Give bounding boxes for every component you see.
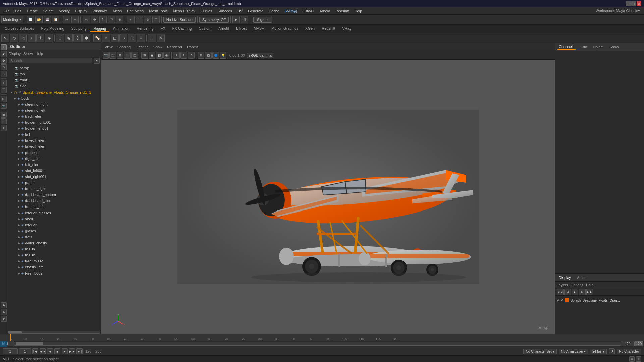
status-icon2[interactable]: ≡ (636, 356, 641, 362)
tab-xgen[interactable]: XGen (302, 26, 318, 32)
paint-select-btn[interactable]: ◁ (19, 34, 27, 42)
srgb-dropdown[interactable]: sRGB gamma (247, 53, 273, 58)
menu-modify[interactable]: Modify (56, 8, 72, 14)
vp-menu-show[interactable]: Show (152, 44, 164, 50)
list-item[interactable]: ▶◈tail (7, 131, 101, 137)
go-end-btn[interactable]: ►| (76, 348, 83, 354)
layer-btn[interactable]: ☰ (1, 118, 7, 124)
menu-display[interactable]: Display (73, 8, 90, 14)
menu-redshift[interactable]: Redshift (333, 8, 351, 14)
menu-vray[interactable]: [V-Ray] (282, 8, 299, 14)
rotate-tool-btn[interactable]: ↻ (1, 64, 7, 70)
outliner-filter-btn[interactable]: ▾ (94, 58, 100, 64)
vp-display3[interactable]: 3 (188, 52, 195, 59)
list-item[interactable]: ▶◈takeoff_eleri (7, 137, 101, 143)
snap-view-btn[interactable]: ◫ (152, 16, 160, 23)
no-live-surface-btn[interactable]: No Live Surface (163, 17, 196, 23)
layer-row-main[interactable]: V P Splash_Seaplane_Floats_Oran... (557, 297, 643, 304)
tab-sculpting[interactable]: Sculpting (68, 26, 90, 32)
vp-display1[interactable]: 1 (173, 52, 180, 59)
list-item[interactable]: ▶◈dashboard_bottom (7, 192, 101, 198)
constraint-btn[interactable]: ⊸ (119, 34, 127, 42)
list-item[interactable]: ▶◈tyre_rb002 (7, 258, 101, 264)
select-tool[interactable]: ↖ (83, 16, 90, 23)
list-item[interactable]: ▶◈right_eler (7, 156, 101, 162)
vp-view4[interactable]: ◫ (131, 52, 138, 59)
list-item[interactable]: ▶◈holder_left001 (7, 125, 101, 131)
tab-edit-ch[interactable]: Edit (579, 44, 588, 50)
menu-surfaces[interactable]: Surfaces (215, 8, 234, 14)
fps-dropdown[interactable]: 24 fps ▾ (590, 349, 606, 354)
list-item[interactable]: ▶◈bottom_left (7, 204, 101, 210)
tab-redshift[interactable]: Redshift (318, 26, 338, 32)
render-settings-btn[interactable]: ⚙ (241, 16, 248, 23)
menu-arnold[interactable]: Arnold (317, 8, 332, 14)
move-tool[interactable]: ✛ (91, 16, 98, 23)
layer-next2[interactable]: ► (579, 289, 586, 295)
menu-file[interactable]: File (1, 8, 12, 14)
outliner-menu-help[interactable]: Help (36, 52, 43, 56)
save-file-btn[interactable]: 💾 (44, 16, 51, 23)
modeling-dropdown[interactable]: Modeling ▾ (1, 16, 23, 23)
timeline-ruler[interactable]: 5 10 15 20 25 30 35 40 45 50 55 60 65 70… (0, 334, 644, 341)
sign-in-btn[interactable]: Sign In (253, 17, 272, 23)
tab-fx-caching[interactable]: FX Caching (169, 26, 195, 32)
tab-custom[interactable]: Custom (195, 26, 215, 32)
maximize-btn[interactable]: □ (631, 1, 636, 6)
list-item[interactable]: ▶◈steering_left (7, 107, 101, 113)
snap-curve-btn[interactable]: ⌒ (136, 16, 143, 23)
menu-windows[interactable]: Windows (90, 8, 110, 14)
list-item[interactable]: ▶◈left_eler (7, 162, 101, 168)
list-item[interactable]: ▶◈dots (7, 234, 101, 240)
outliner-menu-show[interactable]: Show (23, 52, 33, 56)
tab-fx[interactable]: FX (157, 26, 169, 32)
end-frame-box[interactable]: 120 (634, 341, 643, 346)
list-item[interactable]: ▶◈glases (7, 228, 101, 234)
list-item[interactable]: ▶◈bottom_right (7, 186, 101, 192)
vp-menu-lighting[interactable]: Lighting (134, 44, 150, 50)
paint-weights-btn[interactable]: ⊕ (1, 316, 7, 322)
list-item[interactable]: ▶◈steering_right (7, 101, 101, 107)
outliner-item-body[interactable]: ▶ ◈ body (7, 95, 101, 101)
step-back-btn[interactable]: ◄◄ (40, 348, 46, 354)
tab-rigging[interactable]: Rigging (90, 26, 109, 32)
menu-mesh-tools[interactable]: Mesh Tools (147, 8, 170, 14)
play-back-btn[interactable]: ◄ (47, 348, 53, 354)
skin-btn[interactable]: ⊛ (137, 34, 145, 42)
step-fwd-btn[interactable]: ►► (69, 348, 75, 354)
menu-uv[interactable]: UV (235, 8, 245, 14)
paint-tool-btn[interactable]: 🖌 (1, 51, 7, 57)
control-btn[interactable]: ◻ (111, 34, 119, 42)
outliner-item-persp[interactable]: 📷 persp (7, 65, 101, 71)
snap-btn[interactable]: ⌖ (1, 80, 7, 86)
timeline-track[interactable]: 5 10 15 20 25 30 35 40 45 50 55 60 65 70… (0, 334, 644, 341)
list-item[interactable]: ▶◈panel (7, 180, 101, 186)
close-btn[interactable]: ✕ (637, 1, 641, 6)
menu-select[interactable]: Select (41, 8, 56, 14)
vp-shade-texture[interactable]: ◧ (156, 52, 163, 59)
tab-curves-surfaces[interactable]: Curves / Surfaces (1, 26, 37, 32)
no-character-btn[interactable]: No Character (617, 349, 641, 354)
list-item[interactable]: ▶◈water_chasis (7, 240, 101, 246)
select-mode-btn[interactable]: ↖ (1, 34, 9, 42)
layer-prev2[interactable]: ◄◄ (557, 289, 564, 295)
vp-view1[interactable]: ⬚ (109, 52, 116, 59)
layer-next[interactable]: ► (572, 289, 578, 295)
list-item[interactable]: ▶◈takeoff_elerr (7, 143, 101, 149)
tab-rendering[interactable]: Rendering (133, 26, 157, 32)
tab-anim-layer[interactable]: Anim (576, 275, 587, 280)
ik-btn[interactable]: 🦴 (93, 34, 101, 42)
start-frame-input[interactable] (19, 348, 31, 354)
tab-mash[interactable]: MASH (250, 26, 268, 32)
vp-view2[interactable]: ⊞ (117, 52, 123, 59)
list-item[interactable]: ▶◈shell (7, 216, 101, 222)
status-icon1[interactable]: ⚙ (629, 356, 635, 362)
rotate-tool[interactable]: ↻ (99, 16, 107, 23)
vp-cam2-btn[interactable]: 🔵 (212, 52, 219, 59)
universal-tool[interactable]: ⊕ (116, 16, 123, 23)
symmetry-btn[interactable]: Symmetry: Off (199, 17, 229, 23)
vp-display2[interactable]: 2 (180, 52, 187, 59)
vp-light-btn[interactable]: 💡 (220, 52, 226, 59)
vp-grid-btn[interactable]: ⊞ (198, 52, 204, 59)
timeline-scroll-track[interactable] (14, 342, 621, 346)
